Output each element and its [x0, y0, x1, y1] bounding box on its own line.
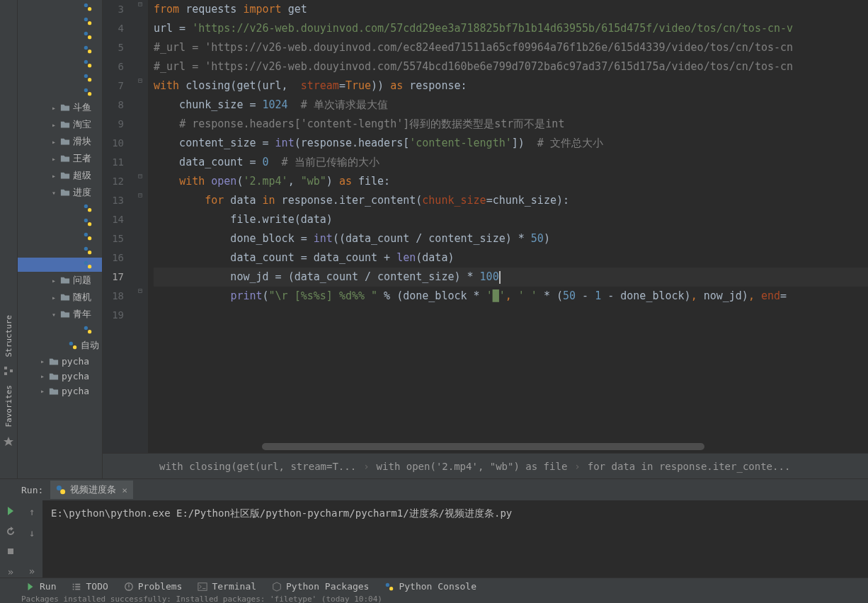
chevron-right-icon[interactable]: ▸ [52, 172, 60, 180]
favorites-icon[interactable] [3, 436, 14, 447]
terminal-tab-button[interactable]: Terminal [198, 581, 256, 592]
chevron-right-icon[interactable]: ▸ [52, 104, 60, 112]
tree-file[interactable] [18, 215, 102, 229]
line-number[interactable]: 15 [103, 229, 124, 248]
line-number[interactable]: 19 [103, 306, 124, 325]
code-line[interactable]: with open('2.mp4', "wb") as file: [154, 172, 868, 191]
line-number[interactable]: 10 [103, 134, 124, 153]
line-number[interactable]: 9 [103, 115, 124, 134]
console-output[interactable]: E:\python\python.exe E:/Python社区版/python… [42, 500, 868, 578]
problems-tab-button[interactable]: Problems [124, 581, 183, 592]
line-number[interactable]: 3 [103, 0, 124, 19]
tree-folder[interactable]: ▸pycha [18, 384, 102, 398]
chevron-right-icon[interactable]: ▸ [52, 294, 60, 302]
todo-tab-button[interactable]: TODO [72, 581, 108, 592]
code-line[interactable]: file.write(data) [154, 210, 868, 229]
code-line[interactable]: chunk_size = 1024 # 单次请求最大值 [154, 96, 868, 115]
code-line[interactable]: data_count = data_count + len(data) [154, 248, 868, 268]
structure-tool[interactable]: Structure [4, 309, 13, 363]
line-number[interactable]: 5 [103, 38, 124, 57]
line-number[interactable]: 4 [103, 19, 124, 38]
code-editor[interactable]: 345678910111213141516171819 ⊟ ⊟ ⊟ ⊟ ⊟ fr… [103, 0, 868, 453]
code-line[interactable]: done_block = int((data_count / content_s… [154, 229, 868, 248]
line-number[interactable]: 13 [103, 191, 124, 210]
code-line[interactable] [154, 306, 868, 325]
run-tab-button[interactable]: Run [25, 581, 56, 592]
favorites-tool[interactable]: Favorites [4, 379, 13, 433]
restart-button[interactable] [4, 525, 18, 539]
tree-folder[interactable]: ▸超级 [18, 167, 102, 184]
tree-folder[interactable]: ▸淘宝 [18, 116, 102, 133]
line-number[interactable]: 11 [103, 153, 124, 172]
tree-folder[interactable]: ▸王者 [18, 150, 102, 167]
tree-file[interactable] [18, 57, 102, 71]
tree-folder[interactable]: ▸斗鱼 [18, 99, 102, 116]
tree-folder[interactable]: ▸问题 [18, 272, 102, 289]
chevron-right-icon[interactable]: ▸ [40, 372, 49, 380]
expand-button[interactable]: » [4, 565, 18, 579]
breadcrumb[interactable]: with closing(get(url, stream=T... › with… [103, 453, 868, 478]
line-number[interactable]: 7 [103, 76, 124, 96]
line-number[interactable]: 12 [103, 172, 124, 191]
breadcrumb-segment[interactable]: for data in response.iter_conte... [588, 461, 791, 472]
packages-tab-button[interactable]: Python Packages [272, 581, 369, 592]
chevron-right-icon[interactable]: ▸ [52, 277, 60, 285]
code-line[interactable]: # response.headers['content-length']得到的数… [154, 115, 868, 134]
code-line[interactable]: data_count = 0 # 当前已传输的大小 [154, 153, 868, 172]
tree-folder[interactable]: ▾青年 [18, 306, 102, 323]
tree-folder[interactable]: ▸滑块 [18, 133, 102, 150]
tree-file[interactable] [18, 28, 102, 42]
chevron-down-icon[interactable]: ▾ [52, 189, 60, 197]
console-tab-button[interactable]: Python Console [384, 581, 476, 592]
code-line[interactable]: for data in response.iter_content(chunk_… [154, 191, 868, 210]
code-line[interactable]: from requests import get [154, 0, 868, 19]
fold-gutter[interactable]: ⊟ ⊟ ⊟ ⊟ ⊟ [137, 0, 148, 453]
stop-button[interactable] [4, 545, 18, 558]
chevron-right-icon[interactable]: ▸ [52, 121, 60, 129]
chevron-right-icon[interactable]: ▸ [52, 155, 60, 163]
tree-file[interactable] [18, 229, 102, 243]
line-number[interactable]: 6 [103, 57, 124, 76]
chevron-down-icon[interactable]: ▾ [52, 311, 60, 318]
code-line[interactable]: print("\r [%s%s] %d%% " % (done_block * … [154, 287, 868, 306]
fold-marker[interactable]: ⊟ [138, 0, 142, 8]
code-line[interactable]: now_jd = (data_count / content_size) * 1… [154, 268, 868, 287]
tree-folder[interactable]: ▸pycha [18, 369, 102, 384]
tree-file[interactable] [18, 258, 102, 272]
tree-file[interactable] [18, 14, 102, 28]
code-content[interactable]: from requests import geturl = 'https://v… [148, 0, 868, 453]
code-line[interactable]: content_size = int(response.headers['con… [154, 134, 868, 153]
chevron-right-icon[interactable]: ▸ [52, 138, 60, 146]
line-number[interactable]: 18 [103, 287, 124, 306]
up-button[interactable]: ↑ [25, 505, 39, 519]
structure-icon[interactable] [3, 365, 14, 377]
fold-marker[interactable]: ⊟ [138, 172, 142, 180]
breadcrumb-segment[interactable]: with closing(get(url, stream=T... [159, 461, 356, 472]
horizontal-scrollbar[interactable] [262, 443, 704, 450]
tree-file[interactable] [18, 323, 102, 337]
tree-file[interactable] [18, 85, 102, 99]
tree-file[interactable] [18, 201, 102, 215]
down-button[interactable]: ↓ [25, 526, 39, 540]
breadcrumb-segment[interactable]: with open('2.mp4', "wb") as file [377, 461, 568, 472]
chevron-right-icon[interactable]: ▸ [40, 387, 49, 395]
run-tab[interactable]: 视频进度条 × [50, 481, 133, 499]
fold-marker[interactable]: ⊟ [138, 287, 142, 294]
line-number[interactable]: 14 [103, 210, 124, 229]
tree-file[interactable]: 自动 [18, 337, 102, 354]
tree-folder[interactable]: ▸pycha [18, 354, 102, 369]
expand-button[interactable]: » [25, 564, 39, 578]
tree-file[interactable] [18, 42, 102, 57]
line-number[interactable]: 8 [103, 96, 124, 115]
tree-folder[interactable]: ▾进度 [18, 184, 102, 201]
code-line[interactable]: #_url = 'https://v26-web.douyinvod.com/e… [154, 38, 868, 57]
project-tree[interactable]: ▸斗鱼▸淘宝▸滑块▸王者▸超级▾进度▸问题▸随机▾青年自动▸pycha▸pych… [18, 0, 103, 478]
code-line[interactable]: #_url = 'https://v26-web.douyinvod.com/5… [154, 57, 868, 76]
rerun-button[interactable] [4, 505, 18, 518]
code-line[interactable]: with closing(get(url, stream=True)) as r… [154, 76, 868, 96]
line-number[interactable]: 17 [103, 268, 124, 287]
fold-marker[interactable]: ⊟ [138, 76, 142, 84]
fold-marker[interactable]: ⊟ [138, 191, 142, 199]
close-icon[interactable]: × [122, 485, 127, 495]
chevron-right-icon[interactable]: ▸ [40, 357, 49, 365]
